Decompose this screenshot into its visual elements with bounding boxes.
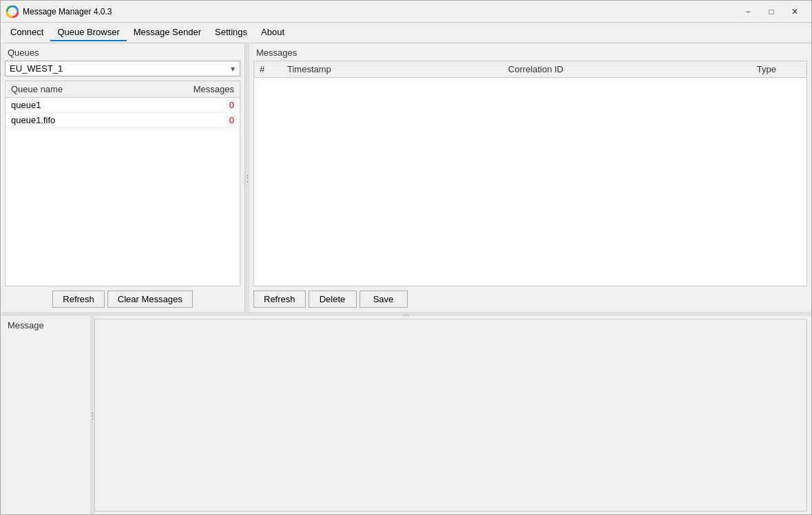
messages-buttons: Refresh Delete Save <box>249 286 811 312</box>
menu-item-connect[interactable]: Connect <box>3 24 50 41</box>
delete-button[interactable]: Delete <box>309 291 357 308</box>
app-icon <box>6 6 19 18</box>
menu-bar: ConnectQueue BrowserMessage SenderSettin… <box>1 23 811 43</box>
col-timestamp: Timestamp <box>282 61 503 78</box>
col-correlation-id: Correlation ID <box>503 61 751 78</box>
col-queue-name: Queue name <box>6 81 134 98</box>
message-label: Message <box>1 316 90 514</box>
col-num: # <box>254 61 282 78</box>
messages-refresh-button[interactable]: Refresh <box>253 291 306 308</box>
queue-select-wrapper: EU_WEST_1 <box>1 61 244 81</box>
main-content: Queues EU_WEST_1 Queue name Messages <box>1 43 811 514</box>
window-title: Message Manager 4.0.3 <box>23 7 737 17</box>
queue-select-container: EU_WEST_1 <box>5 61 240 76</box>
svg-point-1 <box>10 10 14 14</box>
queues-buttons: Refresh Clear Messages <box>1 286 244 312</box>
table-row[interactable]: queue1.fifo0 <box>6 113 240 128</box>
messages-table: # Timestamp Correlation ID Type <box>253 61 807 286</box>
minimize-button[interactable]: − <box>737 5 759 19</box>
queue-dropdown[interactable]: EU_WEST_1 <box>5 61 240 76</box>
window-controls: − □ ✕ <box>737 5 806 19</box>
queues-table: Queue name Messages queue10queue1.fifo0 <box>5 81 240 286</box>
col-type: Type <box>751 61 806 78</box>
menu-item-settings[interactable]: Settings <box>208 24 254 41</box>
app-window: Message Manager 4.0.3 − □ ✕ ConnectQueue… <box>0 0 812 515</box>
close-button[interactable]: ✕ <box>784 5 806 19</box>
title-bar: Message Manager 4.0.3 − □ ✕ <box>1 1 811 23</box>
messages-panel: Messages # Timestamp Correlation ID Type <box>249 43 811 312</box>
queue-messages-cell: 0 <box>134 98 240 113</box>
menu-item-about[interactable]: About <box>254 24 291 41</box>
queue-name-cell: queue1 <box>6 98 134 113</box>
clear-messages-button[interactable]: Clear Messages <box>107 291 193 308</box>
maximize-button[interactable]: □ <box>760 5 782 19</box>
menu-item-queue-browser[interactable]: Queue Browser <box>50 24 126 41</box>
queue-name-cell: queue1.fifo <box>6 113 134 128</box>
table-row[interactable]: queue10 <box>6 98 240 113</box>
messages-header: Messages <box>249 43 811 61</box>
queues-refresh-button[interactable]: Refresh <box>52 291 105 308</box>
top-panels: Queues EU_WEST_1 Queue name Messages <box>1 43 811 312</box>
message-content[interactable] <box>94 319 807 512</box>
col-messages: Messages <box>134 81 240 98</box>
queues-panel: Queues EU_WEST_1 Queue name Messages <box>1 43 245 312</box>
save-button[interactable]: Save <box>360 291 408 308</box>
menu-item-message-sender[interactable]: Message Sender <box>127 24 208 41</box>
bottom-panel: Message ⋮ <box>1 316 811 514</box>
queue-messages-cell: 0 <box>134 113 240 128</box>
queues-header: Queues <box>1 43 244 61</box>
